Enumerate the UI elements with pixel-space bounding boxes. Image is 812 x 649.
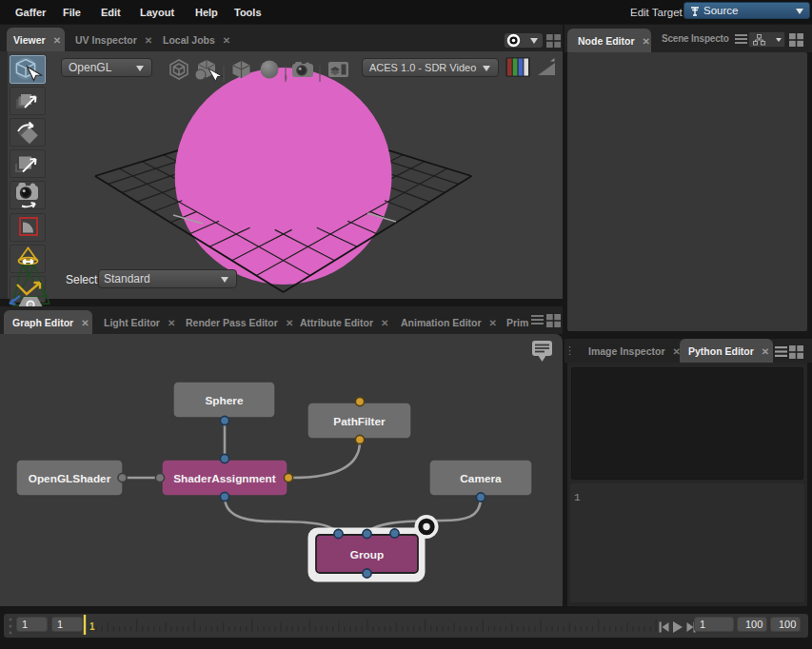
svg-text:Camera: Camera (460, 472, 502, 485)
svg-text:Sphere: Sphere (206, 394, 244, 407)
svg-text:ShaderAssignment: ShaderAssignment (173, 472, 276, 485)
svg-text:PathFilter: PathFilter (333, 415, 386, 428)
svg-text:OpenGLShader: OpenGLShader (29, 472, 111, 485)
svg-text:Group: Group (350, 548, 384, 561)
svg-text:1: 1 (89, 621, 95, 632)
